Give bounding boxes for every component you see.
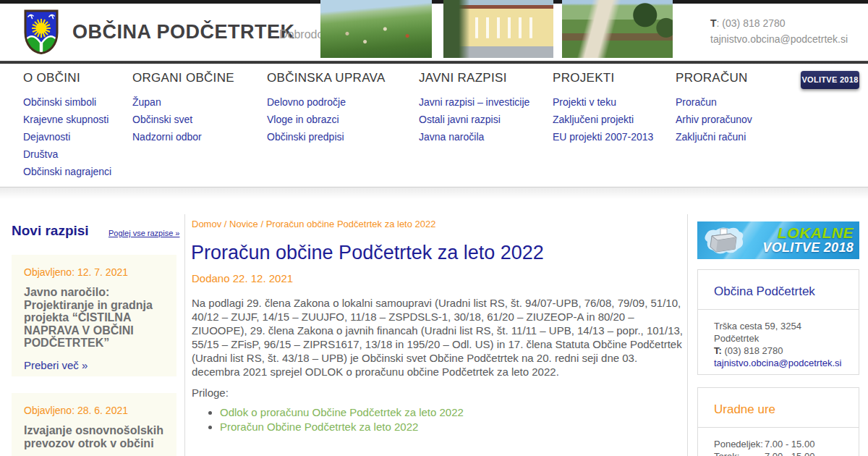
nav-column-obcinska-uprava: OBČINSKA UPRAVA Delovno področje Vloge i… xyxy=(267,71,386,145)
breadcrumb-home[interactable]: Domov xyxy=(192,219,221,229)
nav-link-zakljuceni-projekti[interactable]: Zaključeni projekti xyxy=(553,111,653,128)
article-date: Dodano 22. 12. 2021 xyxy=(192,272,293,284)
nav-column-projekti: PROJEKTI Projekti v teku Zaključeni proj… xyxy=(553,71,653,145)
tender-published-date: Objavljeno: 12. 7. 2021 xyxy=(24,266,165,278)
new-tenders-heading: Novi razpisi xyxy=(12,223,89,239)
breadcrumb-separator: / xyxy=(221,219,229,229)
header-photo-building xyxy=(443,0,553,58)
volitve-2018-button[interactable]: VOLITVE 2018 xyxy=(801,71,859,89)
nav-link-dejavnosti[interactable]: Dejavnosti xyxy=(23,128,111,145)
view-all-tenders-link[interactable]: Poglej vse razpise » xyxy=(109,229,175,237)
tender-title[interactable]: Izvajanje osnovnošolskih prevozov otrok … xyxy=(24,424,165,449)
contact-phone-label: T: xyxy=(714,345,722,356)
tender-published-date: Objavljeno: 28. 6. 2021 xyxy=(24,405,165,416)
nav-link-ostali-javni-razpisi[interactable]: Ostali javni razpisi xyxy=(419,111,529,128)
contact-email-link[interactable]: tajnistvo.obcina@podcetrtek.si xyxy=(714,357,842,369)
nav-title-obcinska-uprava[interactable]: OBČINSKA UPRAVA xyxy=(267,71,386,85)
tender-card[interactable]: Objavljeno: 28. 6. 2021 Izvajanje osnovn… xyxy=(12,393,176,456)
nav-link-obcinski-simboli[interactable]: Občinski simboli xyxy=(23,93,111,111)
tender-card[interactable]: Objavljeno: 12. 7. 2021 Javno naročilo: … xyxy=(12,255,176,376)
header-divider xyxy=(0,61,868,64)
banner-line1: LOKALNE xyxy=(762,224,854,241)
nav-shadow xyxy=(0,187,868,199)
nav-link-delovno-podrocje[interactable]: Delovno področje xyxy=(267,93,386,111)
office-hours-card: Uradne ure Ponedeljek: 7.00 - 15.00 Tore… xyxy=(697,387,859,456)
content-divider-right xyxy=(687,214,688,456)
top-bar xyxy=(0,0,868,4)
nav-link-projekti-v-teku[interactable]: Projekti v teku xyxy=(553,93,653,111)
office-hours-title: Uradne ure xyxy=(698,388,859,428)
site-title: OBČINA PODČETRTEK xyxy=(72,21,295,43)
nav-column-o-obcini: O OBČINI Občinski simboli Krajevne skupn… xyxy=(23,71,111,180)
contact-card-body: Trška cesta 59, 3254 Podčetrtek T: (03) … xyxy=(698,310,859,379)
nav-link-obcinski-predpisi[interactable]: Občinski predpisi xyxy=(267,128,386,145)
nav-title-javni-razpisi[interactable]: JAVNI RAZPISI xyxy=(419,71,529,85)
nav-link-zakljucni-racuni[interactable]: Zaključni računi xyxy=(676,128,752,145)
office-hours-day: Ponedeljek: xyxy=(714,438,763,450)
attachment-item: Odlok o proračunu Občine Podčetrtek za l… xyxy=(220,405,464,420)
header-contact: T: (03) 818 2780 tajnistvo.obcina@podcet… xyxy=(710,15,848,47)
attachment-item: Proračun Občine Podčetrtek za leto 2022 xyxy=(220,420,464,434)
nav-column-organi-obcine: ORGANI OBČINE Župan Občinski svet Nadzor… xyxy=(132,71,234,145)
header-photo-hills xyxy=(320,0,432,58)
attachment-link-odlok[interactable]: Odlok o proračunu Občine Podčetrtek za l… xyxy=(220,406,464,418)
attachment-link-proracun[interactable]: Proračun Občine Podčetrtek za leto 2022 xyxy=(220,421,418,433)
breadcrumb-current: Proračun občine Podčetrtek za leto 2022 xyxy=(266,219,436,229)
lokalne-volitve-banner[interactable]: LOKALNE VOLITVE 2018 xyxy=(697,221,859,259)
nav-link-obcinski-svet[interactable]: Občinski svet xyxy=(132,111,234,128)
header-email: tajnistvo.obcina@podcetrtek.si xyxy=(710,31,848,47)
content-divider-left xyxy=(184,214,185,456)
nav-title-o-obcini[interactable]: O OBČINI xyxy=(23,71,111,85)
nav-link-nadzorni-odbor[interactable]: Nadzorni odbor xyxy=(132,128,234,145)
contact-card-title: Občina Podčetrtek xyxy=(698,270,859,310)
page: OBČINA PODČETRTEK Dobrodošli T: (03) 818… xyxy=(0,0,868,456)
article-body: Na podlagi 29. člena Zakona o lokalni sa… xyxy=(192,296,684,379)
banner-text: LOKALNE VOLITVE 2018 xyxy=(762,224,854,255)
nav-link-eu-projekti[interactable]: EU projekti 2007-2013 xyxy=(553,128,653,145)
nav-column-javni-razpisi: JAVNI RAZPISI Javni razpisi – investicij… xyxy=(419,71,529,145)
breadcrumb-separator: / xyxy=(258,219,266,229)
breadcrumb: Domov / Novice / Proračun občine Podčetr… xyxy=(192,219,436,229)
slovenia-map-ballot-icon xyxy=(702,223,754,258)
attachments-list: Odlok o proračunu Občine Podčetrtek za l… xyxy=(208,405,464,434)
coat-of-arms-icon xyxy=(22,9,60,55)
nav-title-organi-obcine[interactable]: ORGANI OBČINE xyxy=(132,71,234,85)
contact-address: Trška cesta 59, 3254 Podčetrtek xyxy=(714,320,848,345)
nav-column-proracun: PRORAČUN Proračun Arhiv proračunov Zaklj… xyxy=(676,71,752,145)
nav-link-zupan[interactable]: Župan xyxy=(132,93,234,111)
municipality-coat-of-arms-logo[interactable] xyxy=(22,9,60,55)
nav-link-krajevne-skupnosti[interactable]: Krajevne skupnosti xyxy=(23,111,111,128)
nav-link-drustva[interactable]: Društva xyxy=(23,145,111,163)
contact-phone: T: (03) 818 2780 xyxy=(714,345,848,357)
office-hours-row: Ponedeljek: 7.00 - 15.00 xyxy=(714,438,848,450)
office-hours-value: 7.00 - 15.00 xyxy=(765,450,814,456)
nav-link-obcinski-nagrajenci[interactable]: Občinski nagrajenci xyxy=(23,163,111,180)
nav-title-projekti[interactable]: PROJEKTI xyxy=(553,71,653,85)
office-hours-day: Torek: xyxy=(714,450,763,456)
tender-title[interactable]: Javno naročilo: Projektiranje in gradnja… xyxy=(24,286,165,350)
nav-link-arhiv-proracunov[interactable]: Arhiv proračunov xyxy=(676,111,752,128)
nav-link-javni-razpisi-investicije[interactable]: Javni razpisi – investicije xyxy=(419,93,529,111)
header-photo-path xyxy=(562,0,673,58)
main-navigation: O OBČINI Občinski simboli Krajevne skupn… xyxy=(0,64,868,187)
breadcrumb-news[interactable]: Novice xyxy=(229,219,258,229)
read-more-link[interactable]: Preberi več » xyxy=(24,359,88,371)
office-hours-body: Ponedeljek: 7.00 - 15.00 Torek: 7.00 - 1… xyxy=(698,428,859,456)
phone-label: T xyxy=(710,17,717,29)
article-title: Proračun občine Podčetrtek za leto 2022 xyxy=(191,242,544,264)
nav-link-javna-narocila[interactable]: Javna naročila xyxy=(419,128,529,145)
phone-number: : (03) 818 2780 xyxy=(717,17,786,29)
nav-link-vloge-in-obrazci[interactable]: Vloge in obrazci xyxy=(267,111,386,128)
municipality-contact-card: Občina Podčetrtek Trška cesta 59, 3254 P… xyxy=(697,269,859,375)
nav-link-proracun[interactable]: Proračun xyxy=(676,93,752,111)
nav-title-proracun[interactable]: PRORAČUN xyxy=(676,71,752,85)
contact-phone-number: (03) 818 2780 xyxy=(722,345,783,356)
attachments-label: Priloge: xyxy=(192,387,229,399)
banner-line2: VOLITVE 2018 xyxy=(762,241,854,255)
office-hours-row: Torek: 7.00 - 15.00 xyxy=(714,450,848,456)
office-hours-value: 7.00 - 15.00 xyxy=(765,438,814,450)
header-phone: T: (03) 818 2780 xyxy=(710,15,848,31)
